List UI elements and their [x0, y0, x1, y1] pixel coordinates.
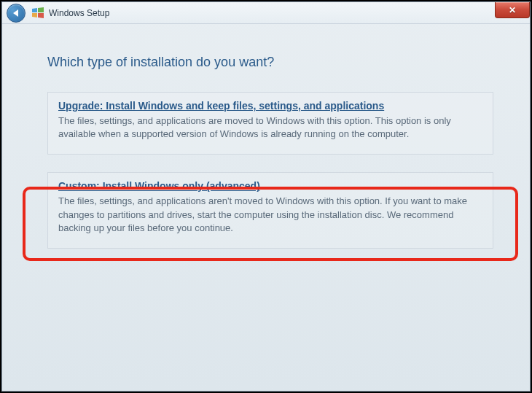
setup-window: Windows Setup ✕ Which type of installati…: [1, 1, 531, 392]
upgrade-option-title: Upgrade: Install Windows and keep files,…: [58, 100, 482, 112]
titlebar: Windows Setup ✕: [2, 2, 530, 24]
back-button[interactable]: [7, 4, 26, 23]
windows-flag-icon: [31, 7, 44, 20]
custom-option[interactable]: Custom: Install Windows only (advanced) …: [47, 172, 493, 249]
close-button[interactable]: ✕: [495, 2, 530, 18]
content-area: Which type of installation do you want? …: [2, 24, 530, 281]
upgrade-option[interactable]: Upgrade: Install Windows and keep files,…: [47, 92, 493, 155]
custom-option-title: Custom: Install Windows only (advanced): [58, 180, 482, 192]
back-arrow-icon: [13, 9, 18, 17]
close-icon: ✕: [509, 5, 516, 15]
window-title: Windows Setup: [49, 8, 109, 18]
custom-option-description: The files, settings, and applications ar…: [58, 195, 482, 235]
page-heading: Which type of installation do you want?: [47, 55, 493, 70]
upgrade-option-description: The files, settings, and applications ar…: [58, 114, 482, 141]
